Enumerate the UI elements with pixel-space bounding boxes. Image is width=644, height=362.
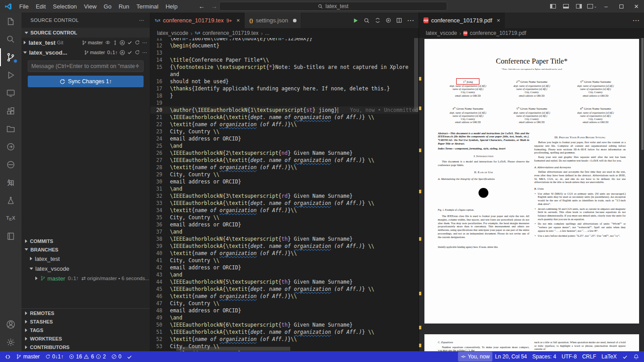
- code-line[interactable]: 17\thanks{Identify applicable funding ag…: [150, 85, 419, 92]
- code-line[interactable]: 35City, Country \\: [150, 214, 419, 221]
- code-line[interactable]: 18}: [150, 92, 419, 99]
- scm-section-header[interactable]: SOURCE CONTROL: [21, 28, 150, 38]
- code-line[interactable]: 28\textit{name of organization (of Aff.)…: [150, 164, 419, 171]
- sidebar-section-stashes[interactable]: STASHES: [21, 317, 150, 326]
- sidebar-section-remotes[interactable]: REMOTES: [21, 309, 150, 317]
- editor-vertical-scrollbar[interactable]: [414, 38, 418, 112]
- code-line[interactable]: 43\and: [150, 271, 419, 278]
- outline-icon[interactable]: [386, 17, 391, 23]
- statusbar-latex-check[interactable]: [619, 352, 631, 362]
- code-line[interactable]: 52\textit{name of organization (of Aff.)…: [150, 336, 419, 343]
- pdf-scrollbar[interactable]: [641, 38, 644, 150]
- menu-item-selection[interactable]: Selection: [49, 3, 80, 10]
- code-line[interactable]: 40\textit{name of organization (of Aff.)…: [150, 250, 419, 257]
- code-line[interactable]: 13: [150, 49, 419, 56]
- gitlens-a-icon[interactable]: A: [120, 50, 125, 55]
- activitybar-accounts[interactable]: [0, 315, 21, 333]
- activitybar-extension-docker[interactable]: [0, 156, 21, 174]
- statusbar-counter[interactable]: 0: [109, 352, 124, 362]
- more-actions-icon[interactable]: ⋯: [142, 50, 147, 55]
- build-play-icon[interactable]: [352, 17, 359, 24]
- menu-item-file[interactable]: File: [16, 3, 32, 10]
- code-line[interactable]: 38\IEEEauthorblockN{4\textsuperscript{th…: [150, 235, 419, 243]
- menu-item-go[interactable]: Go: [100, 3, 115, 10]
- code-line[interactable]: 24email address or ORCID}: [150, 135, 419, 142]
- pdf-viewer[interactable]: Conference Paper Title* *Note: Sub-title…: [419, 38, 644, 351]
- refresh-icon[interactable]: [135, 40, 140, 45]
- branch-indicator[interactable]: master: [82, 40, 103, 45]
- activitybar-source-control[interactable]: [0, 48, 21, 66]
- sync-count[interactable]: 0↓1↑: [107, 50, 118, 55]
- code-line[interactable]: 34\textit{name of organization (of Aff.)…: [150, 207, 419, 214]
- menu-item-edit[interactable]: Edit: [32, 3, 49, 10]
- code-line[interactable]: 41City, Country \\: [150, 257, 419, 264]
- toggle-panel-icon[interactable]: [559, 0, 572, 13]
- activitybar-settings[interactable]: [0, 333, 21, 351]
- statusbar-cursor-position[interactable]: Ln 20, Col 54: [492, 352, 530, 362]
- code-line[interactable]: 12\begin{document}: [150, 42, 419, 49]
- activitybar-extensions[interactable]: [0, 102, 21, 120]
- close-icon[interactable]: ×: [497, 17, 500, 24]
- sparkle-icon[interactable]: [135, 64, 140, 69]
- code-line[interactable]: 20\author{\IEEEauthorblockN{1\textsupers…: [150, 106, 419, 114]
- code-line[interactable]: 27\IEEEauthorblockA{\textit{dept. name o…: [150, 157, 419, 164]
- editor-horizontal-scrollbar[interactable]: [176, 347, 290, 351]
- sync-changes-button[interactable]: Sync Changes 1↑: [28, 76, 144, 87]
- code-line[interactable]: 31\and: [150, 185, 419, 192]
- code-line[interactable]: 51\IEEEauthorblockA{\textit{dept. name o…: [150, 328, 419, 336]
- code-line[interactable]: 11\kern-.1667em\lower.7ex\hbox{E}\kern-.…: [150, 38, 419, 42]
- code-line[interactable]: 46\textit{name of organization (of Aff.)…: [150, 293, 419, 300]
- breadcrumb-folder[interactable]: latex_vscode: [426, 30, 457, 36]
- code-line[interactable]: 25\and: [150, 142, 419, 149]
- split-editor-icon[interactable]: [396, 17, 402, 23]
- code-line[interactable]: 30email address or ORCID}: [150, 178, 419, 185]
- sidebar-section-worktrees[interactable]: WORKTREES: [21, 334, 150, 343]
- modified-dot-icon[interactable]: [293, 19, 297, 22]
- activitybar-explorer[interactable]: [0, 13, 21, 30]
- close-button[interactable]: ✕: [629, 0, 644, 13]
- tab-conference-pdf[interactable]: PDF conference_101719.pdf ×: [419, 13, 505, 28]
- code-line[interactable]: 36email address or ORCID}: [150, 221, 419, 228]
- code-line[interactable]: 21\IEEEauthorblockA{\textit{dept. name o…: [150, 114, 419, 121]
- statusbar-notifications[interactable]: [631, 352, 642, 362]
- statusbar-encoding[interactable]: UTF-8: [559, 352, 580, 362]
- code-line[interactable]: 37\and: [150, 228, 419, 235]
- statusbar-check[interactable]: [124, 352, 135, 362]
- activitybar-latex-workshop[interactable]: TEX: [0, 209, 21, 227]
- code-line[interactable]: 15{\footnotesize \textsuperscript{*}Note…: [150, 64, 419, 71]
- sidebar-section-commits[interactable]: COMMITS: [21, 237, 150, 245]
- activitybar-extension-translate[interactable]: 知: [0, 174, 21, 192]
- menu-item-help[interactable]: Help: [162, 3, 181, 10]
- code-line[interactable]: 39\IEEEauthorblockA{\textit{dept. name o…: [150, 243, 419, 250]
- breadcrumb-more[interactable]: ...: [265, 30, 269, 36]
- remote-indicator[interactable]: [2, 352, 13, 362]
- code-line[interactable]: 44\IEEEauthorblockN{5\textsuperscript{th…: [150, 278, 419, 285]
- code-line[interactable]: and: [150, 71, 419, 78]
- nav-back-icon[interactable]: ←: [199, 3, 205, 10]
- activitybar-run-debug[interactable]: [0, 66, 21, 84]
- code-line[interactable]: 29City, Country \\: [150, 171, 419, 178]
- commit-message-input[interactable]: [31, 63, 135, 69]
- branches-repo-latex-vscode[interactable]: latex_vscode: [21, 264, 150, 273]
- statusbar-eol[interactable]: CRLF: [580, 352, 599, 362]
- sidebar-section-branches[interactable]: BRANCHES: [21, 245, 150, 254]
- repo-row-latex-test[interactable]: latex_test Git master A ⋯: [21, 38, 150, 47]
- activitybar-extension-circle[interactable]: [0, 138, 21, 156]
- activitybar-remote-explorer[interactable]: [0, 84, 21, 102]
- code-line[interactable]: 32\IEEEauthorblockN{3\textsuperscript{rd…: [150, 192, 419, 200]
- code-line[interactable]: 50\IEEEauthorblockN{6\textsuperscript{th…: [150, 321, 419, 328]
- code-editor[interactable]: 11\kern-.1667em\lower.7ex\hbox{E}\kern-.…: [150, 38, 419, 351]
- more-actions-icon[interactable]: ⋯: [407, 16, 414, 25]
- code-line[interactable]: 45\IEEEauthorblockA{\textit{dept. name o…: [150, 285, 419, 293]
- code-line[interactable]: 22\textit{name of organization (of Aff.)…: [150, 121, 419, 128]
- toggle-sidebar-icon[interactable]: [547, 0, 559, 13]
- code-line[interactable]: 47City, Country \\: [150, 300, 419, 307]
- tab-conference-tex[interactable]: TEX conference_101719.tex 9+ ×: [150, 13, 245, 28]
- close-icon[interactable]: ×: [237, 17, 240, 24]
- code-line[interactable]: 23City, Country \\: [150, 128, 419, 135]
- commit-check-icon[interactable]: [127, 40, 132, 45]
- breadcrumb-file[interactable]: conference_101719.tex: [203, 30, 258, 36]
- sidebar-section-contributors[interactable]: CONTRIBUTORS: [21, 343, 150, 351]
- activitybar-project-manager[interactable]: [0, 120, 21, 138]
- statusbar-language[interactable]: LaTeX: [599, 352, 619, 362]
